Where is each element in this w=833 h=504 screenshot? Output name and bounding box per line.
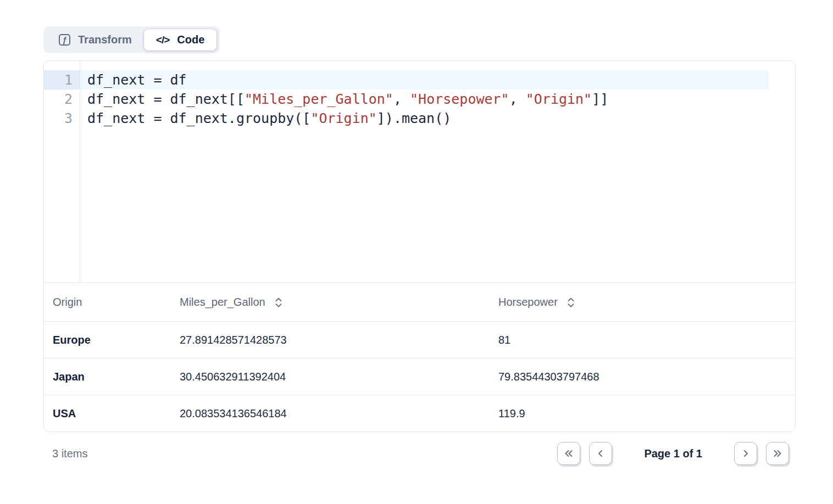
cell-horsepower: 81: [490, 334, 795, 346]
pagination: Page 1 of 1: [557, 442, 789, 465]
sort-icon[interactable]: [567, 296, 575, 309]
code-icon: </>: [156, 34, 169, 46]
tab-transform-label: Transform: [78, 33, 132, 46]
chevron-right-icon: [739, 447, 752, 460]
line-number: 2: [44, 89, 80, 109]
cell-miles-per-gallon: 30.450632911392404: [171, 371, 490, 383]
code-and-table-panel: 1 2 3 df_next = df df_next = df_next[["M…: [43, 60, 796, 432]
table-footer: 3 items Page 1 of 1: [43, 442, 796, 465]
column-header-label: Miles_per_Gallon: [180, 296, 265, 309]
chevron-left-icon: [594, 447, 607, 460]
next-page-button[interactable]: [734, 442, 757, 465]
cell-origin: Europe: [44, 334, 171, 346]
chevrons-right-icon: [771, 447, 784, 460]
column-header-miles-per-gallon[interactable]: Miles_per_Gallon: [171, 295, 490, 309]
table-row: Japan 30.450632911392404 79.835443037974…: [44, 359, 795, 395]
column-header-label: Origin: [53, 296, 82, 309]
table-row: Europe 27.891428571428573 81: [44, 322, 795, 359]
tab-transform[interactable]: ƒ Transform: [47, 29, 144, 51]
code-line[interactable]: df_next = df_next.groupby(["Origin"]).me…: [80, 109, 769, 128]
cell-origin: Japan: [44, 371, 171, 383]
previous-page-button[interactable]: [589, 442, 612, 465]
table-row: USA 20.083534136546184 119.9: [44, 395, 795, 432]
table-header: Origin Miles_per_Gallon Horsepower: [44, 282, 795, 322]
last-page-button[interactable]: [766, 442, 789, 465]
first-page-button[interactable]: [557, 442, 580, 465]
view-tabs: ƒ Transform </> Code: [43, 26, 220, 53]
line-number-gutter: 1 2 3: [44, 61, 80, 282]
cell-miles-per-gallon: 20.083534136546184: [171, 407, 490, 420]
cell-origin: USA: [44, 407, 171, 420]
chevrons-left-icon: [562, 447, 575, 460]
items-count: 3 items: [52, 447, 87, 460]
tab-code-label: Code: [177, 33, 204, 46]
sort-icon[interactable]: [274, 296, 283, 309]
column-header-horsepower[interactable]: Horsepower: [490, 295, 795, 309]
column-header-label: Horsepower: [498, 296, 558, 309]
function-icon-glyph: ƒ: [62, 36, 66, 44]
tab-code[interactable]: </> Code: [144, 29, 216, 51]
function-icon: ƒ: [59, 34, 70, 46]
cell-horsepower: 119.9: [490, 407, 795, 420]
code-editor[interactable]: 1 2 3 df_next = df df_next = df_next[["M…: [44, 61, 795, 282]
column-header-origin: Origin: [44, 296, 171, 309]
line-number: 3: [44, 109, 80, 128]
cell-horsepower: 79.83544303797468: [490, 371, 795, 383]
dataframe-transform-view: ƒ Transform </> Code 1 2 3 df_next = df …: [0, 0, 833, 504]
code-line[interactable]: df_next = df_next[["Miles_per_Gallon", "…: [80, 89, 769, 109]
cell-miles-per-gallon: 27.891428571428573: [171, 334, 490, 346]
code-line[interactable]: df_next = df: [80, 70, 769, 89]
code-content[interactable]: df_next = df df_next = df_next[["Miles_p…: [80, 61, 795, 282]
page-indicator: Page 1 of 1: [644, 447, 702, 460]
line-number: 1: [44, 70, 80, 89]
